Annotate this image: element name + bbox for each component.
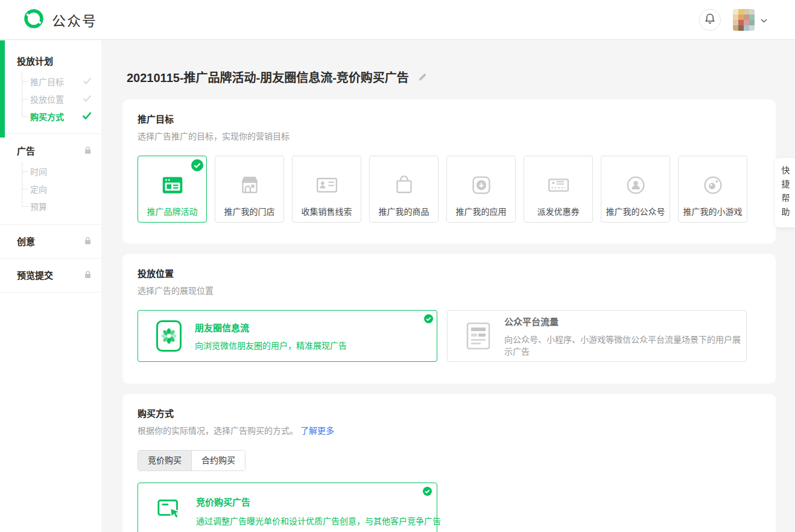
goal-option-official-account[interactable]: 推广我的公众号 bbox=[601, 156, 670, 223]
sidebar-item-purchase-method[interactable]: 购买方式 bbox=[17, 107, 92, 125]
goal-option-coupon[interactable]: 派发优惠券 bbox=[524, 156, 593, 223]
goal-card-title: 推广目标 bbox=[138, 112, 761, 125]
bidding-ad-option[interactable]: 竞价购买广告 通过调整广告曝光单价和设计优质广告创意，与其他客户竞争广告展现机会… bbox=[138, 483, 437, 532]
sidebar-item-placement[interactable]: 投放位置 bbox=[17, 90, 92, 107]
bidding-ad-title: 竞价购买广告 bbox=[196, 495, 448, 508]
goal-option-label: 推广我的应用 bbox=[456, 205, 507, 217]
official-account-icon bbox=[622, 171, 650, 200]
goal-option-label: 推广我的公众号 bbox=[606, 205, 665, 217]
sidebar-item-time[interactable]: 时间 bbox=[17, 162, 92, 180]
sidebar-item-label: 预算 bbox=[30, 200, 47, 212]
divider bbox=[0, 292, 101, 293]
notification-bell-button[interactable] bbox=[699, 9, 721, 31]
section-preview-submit[interactable]: 预览提交 bbox=[0, 259, 101, 292]
goal-option-label: 派发优惠券 bbox=[537, 205, 580, 217]
avatar bbox=[733, 9, 755, 31]
goal-option-label: 推广我的门店 bbox=[224, 205, 275, 217]
goal-option-label: 推广我的商品 bbox=[379, 205, 429, 217]
purchase-card-title: 购买方式 bbox=[138, 407, 761, 419]
goal-option-brand-campaign[interactable]: 推广品牌活动 bbox=[138, 156, 207, 223]
goal-option-store[interactable]: 推广我的门店 bbox=[215, 156, 284, 223]
brand-campaign-icon bbox=[159, 171, 186, 200]
purchase-subtitle-text: 根据你的实际情况，选择广告购买的方式。 bbox=[138, 426, 298, 435]
goal-option-app[interactable]: 推广我的应用 bbox=[446, 156, 516, 223]
sidebar-item-label: 时间 bbox=[30, 165, 47, 177]
bidding-ad-icon bbox=[156, 496, 183, 532]
section-creative-title: 创意 bbox=[17, 235, 35, 248]
learn-more-link[interactable]: 了解更多 bbox=[300, 426, 334, 435]
purchase-method-card: 购买方式 根据你的实际情况，选择广告购买的方式。 了解更多 竞价购买 合约购买 … bbox=[122, 394, 776, 532]
selected-check-badge-icon bbox=[191, 159, 203, 171]
section-creative[interactable]: 创意 bbox=[0, 225, 101, 258]
goal-option-product[interactable]: 推广我的商品 bbox=[369, 156, 439, 223]
logo-text: 公众号 bbox=[52, 10, 97, 30]
check-icon bbox=[83, 77, 92, 86]
goal-card-subtitle: 选择广告推广的目标，实现你的营销目标 bbox=[138, 130, 761, 142]
goal-option-minigame[interactable]: 推广我的小游戏 bbox=[678, 156, 747, 223]
quick-help-tab[interactable]: 快捷帮助 bbox=[775, 158, 795, 227]
lock-icon bbox=[84, 236, 92, 247]
tab-bidding-buy[interactable]: 竞价购买 bbox=[138, 451, 191, 470]
purchase-tab-group: 竞价购买 合约购买 bbox=[138, 450, 245, 471]
coupon-icon bbox=[545, 171, 572, 200]
placement-option-title: 朋友圈信息流 bbox=[195, 321, 347, 334]
bell-icon bbox=[704, 13, 716, 27]
sidebar-item-label: 投放位置 bbox=[30, 93, 64, 105]
section-ad-title: 广告 bbox=[17, 145, 35, 157]
placement-option-platform[interactable]: 公众平台流量 向公众号、小程序、小游戏等微信公众平台流量场景下的用户展示广告 bbox=[447, 310, 747, 362]
lock-icon bbox=[84, 146, 92, 157]
placement-option-title: 公众平台流量 bbox=[504, 315, 746, 328]
store-icon bbox=[236, 171, 264, 200]
selected-check-badge-icon bbox=[423, 487, 432, 496]
sidebar-item-label: 推广目标 bbox=[30, 75, 64, 87]
quick-help-label: 快捷帮助 bbox=[779, 166, 791, 221]
selected-check-badge-icon bbox=[424, 314, 433, 323]
chevron-down-icon bbox=[761, 14, 767, 25]
promotion-goal-card: 推广目标 选择广告推广的目标，实现你的营销目标 推广品牌活动 bbox=[122, 100, 776, 244]
tab-contract-buy[interactable]: 合约购买 bbox=[191, 451, 245, 470]
logo[interactable]: 公众号 bbox=[23, 8, 97, 32]
active-section-indicator bbox=[0, 40, 5, 138]
minigame-icon bbox=[699, 171, 727, 200]
check-icon bbox=[82, 112, 92, 121]
sidebar-item-targeting[interactable]: 定向 bbox=[17, 180, 92, 197]
sidebar-item-budget[interactable]: 预算 bbox=[17, 197, 92, 215]
article-icon bbox=[466, 321, 491, 350]
moments-icon bbox=[156, 320, 182, 352]
app-download-icon bbox=[467, 171, 495, 200]
placement-option-moments[interactable]: 朋友圈信息流 向浏览微信朋友圈的用户，精准展现广告 bbox=[138, 310, 437, 362]
sidebar-item-label: 购买方式 bbox=[30, 110, 64, 122]
section-plan-title: 投放计划 bbox=[17, 55, 53, 68]
lock-icon bbox=[84, 270, 92, 281]
leads-card-icon bbox=[313, 171, 341, 200]
sidebar-item-label: 定向 bbox=[30, 183, 47, 195]
goal-option-label: 推广我的小游戏 bbox=[683, 205, 743, 217]
goal-option-label: 推广品牌活动 bbox=[147, 205, 198, 217]
account-menu[interactable] bbox=[733, 9, 767, 31]
placement-card-title: 投放位置 bbox=[138, 267, 761, 279]
wechat-official-logo-icon bbox=[23, 8, 45, 32]
shopping-bag-icon bbox=[390, 171, 418, 200]
purchase-card-subtitle: 根据你的实际情况，选择广告购买的方式。 了解更多 bbox=[138, 424, 761, 436]
main-content: 20210115-推广品牌活动-朋友圈信息流-竞价购买广告 推广目标 选择广告推… bbox=[101, 40, 795, 532]
bidding-ad-desc: 通过调整广告曝光单价和设计优质广告创意，与其他客户竞争广告展现机会，根据广告表现… bbox=[196, 513, 448, 532]
goal-option-label: 收集销售线索 bbox=[302, 205, 352, 217]
check-icon bbox=[83, 94, 92, 104]
sidebar-item-promotion-goal[interactable]: 推广目标 bbox=[17, 72, 92, 90]
placement-option-desc: 向公众号、小程序、小游戏等微信公众平台流量场景下的用户展示广告 bbox=[504, 333, 746, 357]
edit-title-button[interactable] bbox=[417, 72, 428, 82]
section-plan: 投放计划 推广目标 投放位置 购买方式 bbox=[0, 40, 101, 133]
section-preview-title: 预览提交 bbox=[17, 269, 53, 282]
section-ad: 广告 时间 定向 预算 bbox=[0, 134, 101, 224]
placement-card: 投放位置 选择广告的展现位置 bbox=[122, 254, 776, 384]
steps-sidebar: 投放计划 推广目标 投放位置 购买方式 bbox=[0, 40, 101, 532]
top-header: 公众号 bbox=[0, 0, 795, 40]
page-title: 20210115-推广品牌活动-朋友圈信息流-竞价购买广告 bbox=[127, 68, 409, 86]
goal-option-sales-leads[interactable]: 收集销售线索 bbox=[292, 156, 361, 223]
placement-option-desc: 向浏览微信朋友圈的用户，精准展现广告 bbox=[195, 339, 347, 351]
placement-card-subtitle: 选择广告的展现位置 bbox=[138, 284, 761, 296]
